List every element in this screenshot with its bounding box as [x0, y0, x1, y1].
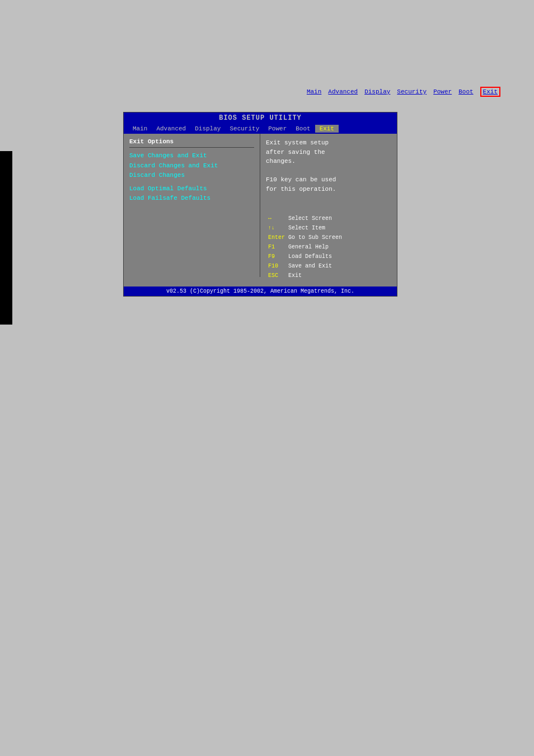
key-desc-subscreen: Go to Sub Screen [288, 233, 342, 242]
option-save-changes-exit[interactable]: Save Changes and Exit [129, 151, 254, 161]
bios-footer: v02.53 (C)Copyright 1985-2002, American … [124, 287, 397, 296]
bios-window: BIOS SETUP UTILITY Main Advanced Display… [123, 112, 397, 297]
key-row-select-item: ↑↓ Select Item [268, 223, 391, 233]
bios-left-panel: Exit Options Save Changes and Exit Disca… [124, 134, 260, 277]
key-row-subscreen: Enter Go to Sub Screen [268, 233, 391, 242]
bios-menu-power[interactable]: Power [264, 125, 291, 133]
bios-menu-exit[interactable]: Exit [315, 125, 339, 133]
top-nav-advanced[interactable]: Advanced [328, 88, 358, 95]
bios-key-reference: ↔ Select Screen ↑↓ Select Item Enter Go … [268, 214, 391, 280]
key-f1: F1 [268, 242, 286, 252]
key-f10: F10 [268, 261, 286, 271]
bios-help-text: Exit system setupafter saving thechanges… [266, 138, 391, 194]
top-navigation: Main Advanced Display Security Power Boo… [307, 87, 500, 97]
key-desc-select-item: Select Item [288, 223, 325, 233]
bios-menu-advanced[interactable]: Advanced [152, 125, 190, 133]
top-nav-boot[interactable]: Boot [458, 88, 473, 95]
key-desc-esc: Exit [288, 271, 302, 280]
bios-menu-main[interactable]: Main [128, 125, 152, 133]
bios-menubar: Main Advanced Display Security Power Boo… [124, 124, 397, 134]
bios-menu-boot[interactable]: Boot [291, 125, 315, 133]
key-desc-f1: General Help [288, 242, 329, 252]
option-discard-changes[interactable]: Discard Changes [129, 171, 254, 181]
bios-menu-security[interactable]: Security [225, 125, 264, 133]
bios-menu-display[interactable]: Display [190, 125, 225, 133]
top-nav-main[interactable]: Main [307, 88, 321, 95]
key-desc-f9: Load Defaults [288, 252, 332, 261]
top-nav-exit[interactable]: Exit [480, 87, 500, 97]
key-desc-f10: Save and Exit [288, 261, 332, 271]
key-row-f10: F10 Save and Exit [268, 261, 391, 271]
bios-section-title: Exit Options [129, 138, 254, 145]
option-load-failsafe[interactable]: Load Failsafe Defaults [129, 194, 254, 204]
top-nav-display[interactable]: Display [364, 88, 390, 95]
key-row-select-screen: ↔ Select Screen [268, 214, 391, 223]
bios-divider [129, 147, 254, 148]
option-discard-changes-exit[interactable]: Discard Changes and Exit [129, 161, 254, 171]
left-sidebar [0, 151, 12, 325]
key-esc: ESC [268, 271, 286, 280]
key-row-f1: F1 General Help [268, 242, 391, 252]
top-nav-power[interactable]: Power [433, 88, 452, 95]
key-arrows-ud: ↑↓ [268, 223, 286, 233]
key-desc-select-screen: Select Screen [288, 214, 332, 223]
key-f9: F9 [268, 252, 286, 261]
key-arrows-lr: ↔ [268, 214, 286, 223]
bios-title: BIOS SETUP UTILITY [124, 112, 397, 124]
top-nav-security[interactable]: Security [397, 88, 427, 95]
key-enter: Enter [268, 233, 286, 242]
key-row-esc: ESC Exit [268, 271, 391, 280]
key-row-f9: F9 Load Defaults [268, 252, 391, 261]
option-load-optimal[interactable]: Load Optimal Defaults [129, 184, 254, 194]
